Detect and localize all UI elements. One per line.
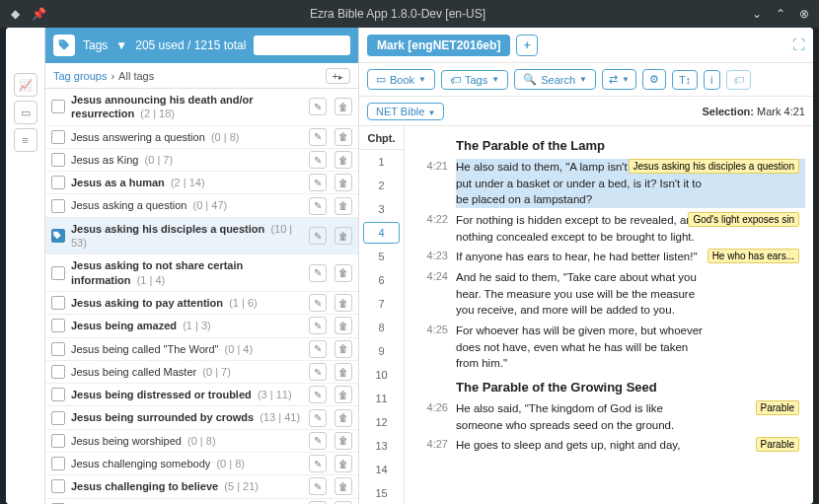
- tag-row[interactable]: Jesus being worshiped (0 | 8)✎🗑: [45, 430, 358, 453]
- verse-row[interactable]: 4:27He goes to sleep and gets up, night …: [409, 435, 805, 456]
- chapter-number[interactable]: 11: [359, 387, 404, 410]
- tag-row[interactable]: Jesus challenging to believe (5 | 21)✎🗑: [45, 475, 358, 498]
- fullscreen-icon[interactable]: ⛶: [792, 37, 805, 52]
- edit-tag-button[interactable]: ✎: [309, 264, 327, 282]
- pin-icon[interactable]: 📌: [32, 7, 45, 21]
- chapter-number[interactable]: 14: [359, 458, 404, 481]
- edit-tag-button[interactable]: ✎: [309, 432, 327, 450]
- sidebar-icon-2[interactable]: ▭: [14, 101, 37, 124]
- edit-tag-button[interactable]: ✎: [309, 227, 327, 245]
- edit-tag-button[interactable]: ✎: [309, 386, 327, 403]
- delete-tag-button[interactable]: 🗑: [335, 317, 352, 334]
- sidebar-icon-1[interactable]: 📈: [14, 73, 37, 97]
- tag-row[interactable]: Jesus being amazed (1 | 3)✎🗑: [45, 315, 358, 337]
- tag-row[interactable]: Jesus announcing his death and/or resurr…: [45, 89, 358, 126]
- tags-button[interactable]: 🏷Tags▼: [441, 70, 508, 90]
- verse-text[interactable]: For whoever has will be given more, but …: [456, 323, 805, 372]
- verse-row[interactable]: 4:24And he said to them, "Take care abou…: [409, 267, 805, 321]
- chapter-number[interactable]: 5: [359, 245, 404, 268]
- breadcrumb-root[interactable]: Tag groups: [53, 70, 107, 82]
- delete-tag-button[interactable]: 🗑: [335, 455, 352, 472]
- edit-tag-button[interactable]: ✎: [309, 455, 327, 472]
- tag-checkbox[interactable]: [51, 319, 65, 332]
- verse-row[interactable]: 4:23If anyone has ears to hear, he had b…: [409, 247, 805, 267]
- tag-row[interactable]: Jesus eating with sinners (2 | 14)✎🗑: [45, 499, 358, 504]
- verse-row[interactable]: 4:21He also said to them, "A lamp isn't …: [409, 157, 805, 210]
- tag-row[interactable]: Jesus being distressed or troubled (3 | …: [45, 384, 358, 406]
- verse-text[interactable]: And he said to them, "Take care about wh…: [456, 269, 805, 319]
- delete-tag-button[interactable]: 🗑: [335, 98, 352, 115]
- chapter-number[interactable]: 13: [359, 434, 404, 458]
- verse-tag[interactable]: Jesus asking his disciples a question: [629, 159, 799, 174]
- search-button[interactable]: 🔍Search▼: [514, 69, 596, 90]
- tag-checkbox[interactable]: [51, 434, 65, 448]
- verse-tag[interactable]: Parable: [756, 400, 799, 415]
- tag-checkbox[interactable]: [51, 342, 65, 356]
- delete-tag-button[interactable]: 🗑: [335, 197, 352, 215]
- delete-tag-button[interactable]: 🗑: [335, 363, 352, 381]
- tag-checkbox[interactable]: [51, 388, 65, 401]
- settings-button[interactable]: ⚙: [642, 69, 666, 90]
- verse-tag[interactable]: Parable: [756, 437, 799, 452]
- delete-tag-button[interactable]: 🗑: [335, 340, 352, 358]
- info-button[interactable]: i: [704, 70, 719, 90]
- edit-tag-button[interactable]: ✎: [309, 363, 327, 381]
- tag-row[interactable]: Jesus being called "The Word" (0 | 4)✎🗑: [45, 338, 358, 361]
- close-icon[interactable]: ⊗: [797, 7, 811, 21]
- edit-tag-button[interactable]: ✎: [309, 128, 327, 146]
- verse-text[interactable]: He goes to sleep and gets up, night and …: [456, 437, 805, 454]
- chapter-number[interactable]: 9: [359, 339, 404, 363]
- tag-checkbox[interactable]: [51, 411, 65, 425]
- tag-checkbox[interactable]: [51, 266, 65, 280]
- delete-tag-button[interactable]: 🗑: [335, 151, 352, 169]
- tag-checkbox[interactable]: [51, 130, 65, 144]
- verse-text[interactable]: He also said, "The kingdom of God is lik…: [456, 400, 805, 433]
- verse-row[interactable]: 4:26He also said, "The kingdom of God is…: [409, 398, 805, 435]
- chapter-number[interactable]: 1: [359, 150, 404, 174]
- verse-area[interactable]: The Parable of the Lamp4:21He also said …: [405, 126, 813, 504]
- translation-selector[interactable]: NET Bible ▼: [367, 103, 444, 120]
- verse-tag[interactable]: He who has ears...: [707, 249, 799, 263]
- chapter-number[interactable]: 7: [359, 292, 404, 316]
- tag-checkbox[interactable]: [51, 229, 65, 243]
- tag-row[interactable]: Jesus asking his disciples a question (1…: [45, 218, 358, 255]
- tag-checkbox[interactable]: [51, 365, 65, 379]
- delete-tag-button[interactable]: 🗑: [335, 264, 352, 282]
- edit-tag-button[interactable]: ✎: [309, 98, 327, 115]
- tag-row[interactable]: Jesus as a human (2 | 14)✎🗑: [45, 172, 358, 194]
- edit-tag-button[interactable]: ✎: [309, 151, 327, 169]
- chapter-number[interactable]: 3: [359, 197, 404, 221]
- tag-checkbox[interactable]: [51, 199, 65, 213]
- tag-row[interactable]: Jesus answering a question (0 | 8)✎🗑: [45, 126, 358, 149]
- delete-tag-button[interactable]: 🗑: [335, 174, 352, 191]
- tag-row[interactable]: Jesus asking a question (0 | 47)✎🗑: [45, 194, 358, 217]
- book-button[interactable]: ▭Book▼: [367, 69, 435, 90]
- edit-tag-button[interactable]: ✎: [309, 340, 327, 358]
- tag-row[interactable]: Jesus being surrounded by crowds (13 | 4…: [45, 406, 358, 429]
- chapter-number[interactable]: 12: [359, 410, 404, 434]
- tag-checkbox[interactable]: [51, 479, 65, 493]
- minimize-icon[interactable]: ⌄: [750, 7, 764, 21]
- add-tag-button[interactable]: +▸: [326, 68, 350, 84]
- sidebar-icon-3[interactable]: ≡: [14, 128, 37, 152]
- chapter-number[interactable]: 4: [363, 222, 400, 244]
- add-tab-button[interactable]: +: [516, 35, 538, 56]
- font-button[interactable]: T↕: [672, 70, 698, 90]
- verse-row[interactable]: 4:25For whoever has will be given more, …: [409, 321, 805, 374]
- delete-tag-button[interactable]: 🗑: [335, 477, 352, 495]
- compare-button[interactable]: ⇄▼: [602, 69, 636, 90]
- tag-checkbox[interactable]: [51, 153, 65, 167]
- edit-tag-button[interactable]: ✎: [309, 174, 327, 191]
- tab-mark[interactable]: Mark [engNET2016eb]: [367, 35, 510, 56]
- tag-apply-button[interactable]: 🏷: [726, 70, 751, 90]
- chapter-number[interactable]: 2: [359, 174, 404, 197]
- delete-tag-button[interactable]: 🗑: [335, 386, 352, 403]
- filter-icon[interactable]: ▼: [115, 38, 127, 52]
- chapter-number[interactable]: 6: [359, 268, 404, 292]
- tag-row[interactable]: Jesus challenging somebody (0 | 8)✎🗑: [45, 453, 358, 475]
- verse-row[interactable]: 4:22For nothing is hidden except to be r…: [409, 210, 805, 247]
- edit-tag-button[interactable]: ✎: [309, 294, 327, 312]
- chapter-number[interactable]: 15: [359, 481, 404, 504]
- delete-tag-button[interactable]: 🗑: [335, 409, 352, 427]
- tag-checkbox[interactable]: [51, 457, 65, 470]
